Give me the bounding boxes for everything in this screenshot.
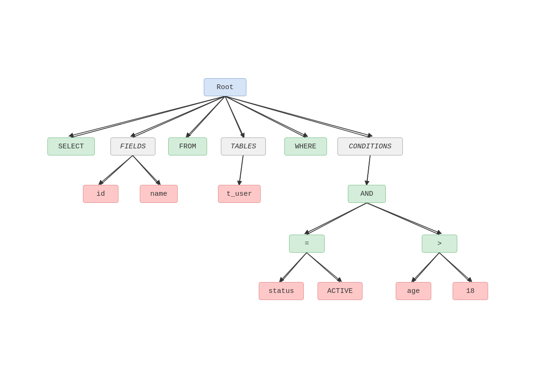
node-select: SELECT — [47, 137, 95, 155]
svg-line-2 — [188, 96, 225, 137]
svg-line-32 — [439, 253, 470, 280]
node-conditions: CONDITIONS — [337, 137, 403, 155]
svg-line-24 — [133, 155, 159, 183]
svg-line-5 — [225, 96, 370, 137]
node-status: status — [259, 282, 304, 300]
svg-line-11 — [367, 203, 439, 235]
svg-line-3 — [225, 96, 243, 137]
svg-line-31 — [413, 253, 439, 280]
svg-line-20 — [225, 96, 243, 136]
svg-line-30 — [307, 253, 340, 280]
node-and: AND — [348, 185, 386, 203]
svg-line-22 — [225, 96, 370, 136]
node-tables: TABLES — [221, 137, 266, 155]
svg-line-12 — [281, 253, 307, 282]
svg-line-1 — [133, 96, 225, 137]
tree-diagram: Root SELECT FIELDS FROM TABLES WHERE CON… — [0, 0, 554, 392]
svg-line-25 — [239, 155, 243, 183]
svg-line-4 — [225, 96, 306, 137]
svg-line-6 — [100, 155, 133, 185]
svg-line-26 — [367, 155, 370, 183]
svg-line-27 — [307, 203, 367, 233]
svg-line-0 — [71, 96, 225, 137]
svg-line-18 — [133, 96, 225, 136]
svg-line-17 — [71, 96, 225, 136]
node-id: id — [83, 185, 118, 203]
node-active: ACTIVE — [318, 282, 363, 300]
node-from: FROM — [168, 137, 207, 155]
svg-line-28 — [367, 203, 439, 233]
svg-line-19 — [188, 96, 225, 136]
node-gt: > — [422, 235, 457, 253]
node-age: age — [396, 282, 431, 300]
svg-line-7 — [133, 155, 159, 185]
node-fields: FIELDS — [110, 137, 155, 155]
node-root: Root — [204, 78, 246, 96]
node-t-user: t_user — [218, 185, 261, 203]
svg-line-23 — [100, 155, 133, 183]
svg-line-10 — [307, 203, 367, 235]
node-name: name — [140, 185, 178, 203]
svg-line-8 — [239, 155, 243, 185]
svg-line-13 — [307, 253, 340, 282]
node-where: WHERE — [284, 137, 327, 155]
svg-line-21 — [225, 96, 306, 136]
svg-line-15 — [439, 253, 470, 282]
node-eighteen: 18 — [453, 282, 488, 300]
svg-line-14 — [413, 253, 439, 282]
node-eq: = — [289, 235, 325, 253]
svg-line-9 — [367, 155, 370, 185]
svg-line-29 — [281, 253, 307, 280]
